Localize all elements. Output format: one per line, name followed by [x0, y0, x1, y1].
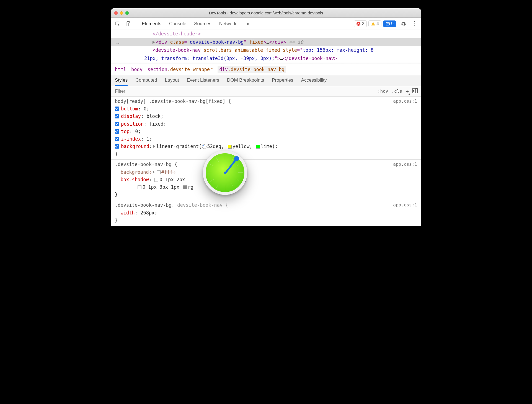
svg-rect-2: [129, 23, 131, 26]
tab-console[interactable]: Console: [169, 21, 186, 27]
shadow-swatch-icon[interactable]: [138, 185, 141, 189]
toggle-sidebar-icon[interactable]: [412, 88, 418, 94]
dom-sibling-node-1[interactable]: <devsite-book-nav scrollbars animatable …: [111, 46, 421, 54]
breadcrumb-section[interactable]: section.devsite-wrapper: [148, 66, 213, 73]
zoom-window-icon[interactable]: [125, 11, 129, 15]
shadow-swatch-icon[interactable]: [154, 178, 158, 182]
more-options-icon[interactable]: ⋮: [410, 20, 418, 28]
separator: [137, 20, 137, 27]
svg-rect-5: [373, 25, 373, 25]
enable-checkbox[interactable]: [115, 114, 119, 118]
minimize-window-icon[interactable]: [120, 11, 123, 15]
window-title: DevTools - developers.google.com/web/too…: [131, 11, 401, 15]
tab-network[interactable]: Network: [219, 21, 236, 27]
rule-brace-close: }: [115, 191, 417, 198]
issues-counter[interactable]: 9: [383, 20, 396, 27]
selector[interactable]: .devsite-book-nav-bg, devsite-book-nav {: [115, 201, 228, 209]
expand-triangle-icon[interactable]: [153, 41, 155, 44]
more-tabs-icon[interactable]: »: [244, 20, 252, 28]
inspect-element-icon[interactable]: [114, 20, 122, 28]
enable-checkbox[interactable]: [115, 137, 119, 141]
svg-rect-6: [386, 22, 389, 25]
subtab-computed[interactable]: Computed: [135, 77, 157, 86]
styles-subtabs: Styles Computed Layout Event Listeners D…: [111, 75, 421, 86]
settings-icon[interactable]: [399, 20, 407, 28]
dom-selected-node[interactable]: <div class="devsite-book-nav-bg" fixed>……: [111, 38, 421, 46]
issues-count: 9: [391, 21, 394, 26]
expand-triangle-icon[interactable]: [153, 171, 155, 173]
source-link[interactable]: app.css:1: [393, 161, 417, 168]
overridden-prop[interactable]: background:: [120, 169, 152, 175]
filter-input[interactable]: [111, 86, 378, 96]
cls-toggle[interactable]: .cls: [391, 89, 402, 94]
svg-rect-4: [373, 23, 373, 24]
warnings-count: 4: [376, 21, 379, 26]
tab-sources[interactable]: Sources: [194, 21, 211, 27]
enable-checkbox[interactable]: [115, 129, 119, 134]
dom-breadcrumbs[interactable]: html body section.devsite-wrapper div.de…: [111, 64, 421, 75]
dom-closing-header[interactable]: </devsite-header>: [111, 30, 421, 38]
main-panel-tabs: Elements Console Sources Network »: [142, 20, 350, 28]
warnings-counter[interactable]: 4: [368, 20, 381, 27]
breadcrumb-body[interactable]: body: [131, 66, 143, 73]
selector[interactable]: .devsite-book-nav-bg {: [115, 161, 177, 168]
expand-triangle-icon[interactable]: [153, 145, 155, 148]
subtab-event-listeners[interactable]: Event Listeners: [187, 77, 219, 86]
color-swatch-lime[interactable]: [256, 145, 260, 149]
breadcrumb-div[interactable]: div.devsite-book-nav-bg: [218, 66, 286, 73]
angle-swatch-icon[interactable]: [202, 144, 206, 149]
angle-clock-center-icon: [224, 172, 226, 174]
styles-filter-row: :hov .cls +◢: [111, 86, 421, 97]
devtools-window: DevTools - developers.google.com/web/too…: [111, 8, 421, 226]
color-swatch-gray[interactable]: [183, 185, 187, 189]
rule-brace-close: }: [115, 217, 417, 224]
dom-sibling-node-1-wrap[interactable]: 21px; transform: translate3d(0px, -39px,…: [111, 55, 421, 63]
angle-clock-popover[interactable]: [203, 151, 247, 195]
errors-count: 2: [362, 21, 364, 26]
tab-elements[interactable]: Elements: [142, 21, 161, 27]
main-toolbar: Elements Console Sources Network » 2 4 9…: [111, 18, 421, 30]
hov-toggle[interactable]: :hov: [378, 89, 388, 94]
close-window-icon[interactable]: [114, 11, 118, 15]
source-link[interactable]: app.css:1: [393, 98, 417, 105]
status-counters: 2 4 9: [354, 20, 396, 27]
css-rule-2[interactable]: .devsite-book-nav-bg { app.css:1 backgro…: [111, 160, 421, 200]
dom-tree[interactable]: </devsite-header> <div class="devsite-bo…: [111, 30, 421, 64]
styles-pane: body[ready] .devsite-book-nav-bg[fixed] …: [111, 97, 421, 226]
enable-checkbox[interactable]: [115, 122, 119, 126]
css-rule-1[interactable]: body[ready] .devsite-book-nav-bg[fixed] …: [111, 97, 421, 160]
svg-rect-8: [415, 89, 417, 93]
svg-rect-7: [412, 89, 417, 93]
errors-counter[interactable]: 2: [354, 20, 367, 27]
angle-clock-hand[interactable]: [224, 158, 237, 174]
window-titlebar: DevTools - developers.google.com/web/too…: [111, 8, 421, 18]
color-swatch-white[interactable]: [157, 170, 161, 174]
enable-checkbox[interactable]: [115, 107, 119, 111]
enable-checkbox[interactable]: [115, 144, 119, 149]
subtab-properties[interactable]: Properties: [272, 77, 293, 86]
new-rule-icon[interactable]: +◢: [406, 88, 409, 95]
css-rule-3[interactable]: .devsite-book-nav-bg, devsite-book-nav {…: [111, 200, 421, 226]
source-link[interactable]: app.css:1: [393, 201, 417, 209]
subtab-styles[interactable]: Styles: [115, 77, 128, 86]
color-swatch-yellow[interactable]: [228, 145, 232, 149]
subtab-accessibility[interactable]: Accessibility: [301, 77, 327, 86]
subtab-layout[interactable]: Layout: [165, 77, 179, 86]
subtab-dom-breakpoints[interactable]: DOM Breakpoints: [227, 77, 264, 86]
rule-brace-close: }: [115, 150, 417, 158]
device-toolbar-icon[interactable]: [125, 20, 133, 28]
breadcrumb-html[interactable]: html: [115, 66, 126, 73]
selector[interactable]: body[ready] .devsite-book-nav-bg[fixed] …: [115, 98, 231, 105]
